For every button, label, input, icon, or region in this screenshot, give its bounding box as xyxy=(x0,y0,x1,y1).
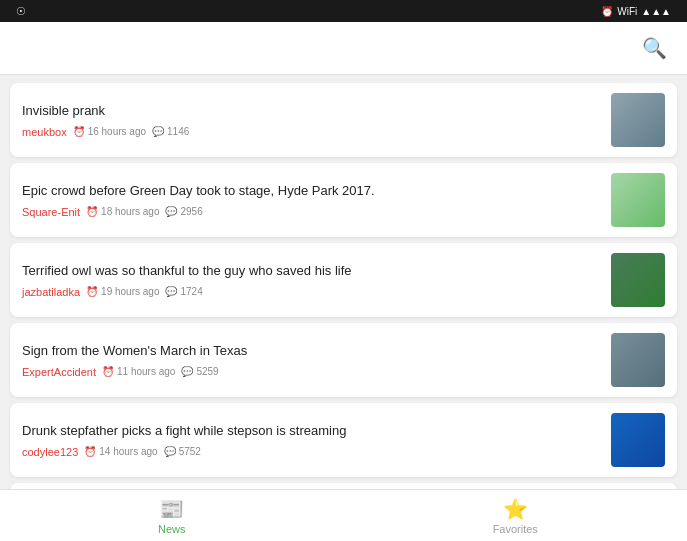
news-meta: jazbatiladka ⏰ 19 hours ago 💬 1724 xyxy=(22,286,601,298)
news-comments: 💬 1146 xyxy=(152,126,189,137)
news-thumbnail xyxy=(611,93,665,147)
news-content: Terrified owl was so thankful to the guy… xyxy=(22,262,601,297)
news-card[interactable]: Drunk stepfather picks a fight while ste… xyxy=(10,403,677,477)
news-author: ExpertAccident xyxy=(22,366,96,378)
news-meta: Square-Enit ⏰ 18 hours ago 💬 2956 xyxy=(22,206,601,218)
news-tab-icon: 📰 xyxy=(159,497,184,521)
tab-news[interactable]: 📰 News xyxy=(0,491,344,541)
news-comments: 💬 5259 xyxy=(181,366,218,377)
comment-icon: 💬 xyxy=(165,286,177,297)
news-comments: 💬 2956 xyxy=(165,206,202,217)
news-thumbnail xyxy=(611,253,665,307)
news-content: Invisible prank meukbox ⏰ 16 hours ago 💬… xyxy=(22,102,601,137)
news-title: Drunk stepfather picks a fight while ste… xyxy=(22,422,601,440)
search-button[interactable]: 🔍 xyxy=(638,32,671,64)
tab-bar: 📰 News ⭐ Favorites xyxy=(0,489,687,541)
news-thumbnail xyxy=(611,173,665,227)
comment-icon: 💬 xyxy=(164,446,176,457)
clock-icon: ⏰ xyxy=(86,286,98,297)
news-comments: 💬 5752 xyxy=(164,446,201,457)
status-bar-left: ☉ xyxy=(12,5,26,18)
news-title: Invisible prank xyxy=(22,102,601,120)
news-thumbnail xyxy=(611,413,665,467)
favorites-tab-icon: ⭐ xyxy=(503,497,528,521)
clock-icon: ⏰ xyxy=(73,126,85,137)
header: 🔍 xyxy=(0,22,687,75)
news-comments: 💬 1724 xyxy=(165,286,202,297)
news-time: ⏰ 11 hours ago xyxy=(102,366,175,377)
news-meta: ExpertAccident ⏰ 11 hours ago 💬 5259 xyxy=(22,366,601,378)
news-time: ⏰ 19 hours ago xyxy=(86,286,159,297)
news-card[interactable]: Sign from the Women's March in Texas Exp… xyxy=(10,323,677,397)
news-time: ⏰ 18 hours ago xyxy=(86,206,159,217)
comment-icon: 💬 xyxy=(152,126,164,137)
news-tab-label: News xyxy=(158,523,186,535)
wifi-signal-icon: WiFi xyxy=(617,6,637,17)
news-author: codylee123 xyxy=(22,446,78,458)
news-thumbnail xyxy=(611,333,665,387)
comment-icon: 💬 xyxy=(181,366,193,377)
favorites-tab-label: Favorites xyxy=(493,523,538,535)
cell-signal-icon: ▲▲▲ xyxy=(641,6,671,17)
news-meta: meukbox ⏰ 16 hours ago 💬 1146 xyxy=(22,126,601,138)
news-title: Sign from the Women's March in Texas xyxy=(22,342,601,360)
wifi-icon: ☉ xyxy=(16,5,26,18)
news-author: meukbox xyxy=(22,126,67,138)
news-card[interactable]: Terrified owl was so thankful to the guy… xyxy=(10,243,677,317)
comment-icon: 💬 xyxy=(165,206,177,217)
app-container: 🔍 Invisible prank meukbox ⏰ 16 hours ago… xyxy=(0,22,687,541)
news-content: Sign from the Women's March in Texas Exp… xyxy=(22,342,601,377)
news-card[interactable]: Invisible prank meukbox ⏰ 16 hours ago 💬… xyxy=(10,83,677,157)
status-bar: ☉ ⏰ WiFi ▲▲▲ xyxy=(0,0,687,22)
news-list: Invisible prank meukbox ⏰ 16 hours ago 💬… xyxy=(0,75,687,489)
news-author: Square-Enit xyxy=(22,206,80,218)
news-title: Epic crowd before Green Day took to stag… xyxy=(22,182,601,200)
alarm-icon: ⏰ xyxy=(601,6,613,17)
news-time: ⏰ 16 hours ago xyxy=(73,126,146,137)
clock-icon: ⏰ xyxy=(84,446,96,457)
tab-favorites[interactable]: ⭐ Favorites xyxy=(344,491,688,541)
news-card[interactable]: Epic crowd before Green Day took to stag… xyxy=(10,163,677,237)
clock-icon: ⏰ xyxy=(102,366,114,377)
news-content: Epic crowd before Green Day took to stag… xyxy=(22,182,601,217)
status-bar-right: ⏰ WiFi ▲▲▲ xyxy=(601,6,675,17)
news-meta: codylee123 ⏰ 14 hours ago 💬 5752 xyxy=(22,446,601,458)
news-content: Drunk stepfather picks a fight while ste… xyxy=(22,422,601,457)
news-time: ⏰ 14 hours ago xyxy=(84,446,157,457)
clock-icon: ⏰ xyxy=(86,206,98,217)
news-author: jazbatiladka xyxy=(22,286,80,298)
news-title: Terrified owl was so thankful to the guy… xyxy=(22,262,601,280)
